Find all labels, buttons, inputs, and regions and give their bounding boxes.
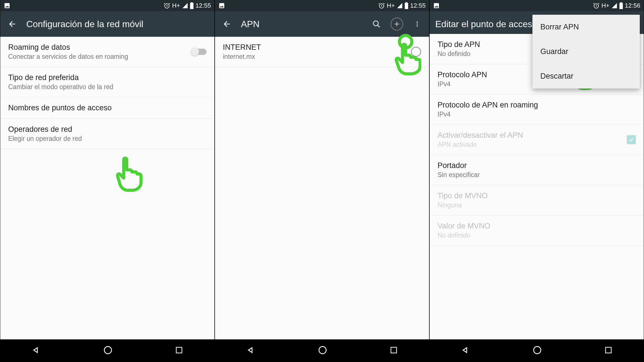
app-bar: Configuración de la red móvil <box>0 11 214 37</box>
check-icon <box>628 137 634 143</box>
clock: 12:55 <box>410 2 426 9</box>
signal-icon <box>397 3 403 9</box>
menu-discard[interactable]: Descartar <box>532 64 640 89</box>
app-bar: APN <box>215 11 429 37</box>
image-icon <box>218 2 225 9</box>
image-icon <box>4 2 10 9</box>
status-bar: H+ 12:56 <box>430 0 644 11</box>
nav-recent[interactable] <box>604 346 613 355</box>
svg-rect-2 <box>176 347 182 353</box>
nav-home[interactable] <box>103 345 113 356</box>
back-button[interactable] <box>6 18 18 30</box>
alarm-icon <box>378 2 385 9</box>
nav-bar <box>430 339 644 362</box>
battery-icon <box>190 2 194 9</box>
settings-list: Roaming de datos Conectar a servicios de… <box>0 37 214 339</box>
svg-point-5 <box>417 21 418 23</box>
menu-save[interactable]: Guardar <box>532 39 640 64</box>
toggle-roaming[interactable] <box>191 49 206 55</box>
signal-icon <box>611 3 617 9</box>
apn-list: INTERNET internet.mx <box>215 37 429 339</box>
screen-edit-apn: H+ 12:56 Editar el punto de acceso Tipo … <box>429 0 644 362</box>
battery-icon <box>404 2 408 9</box>
svg-rect-9 <box>391 347 397 353</box>
row-apn-roaming-protocol[interactable]: Protocolo de APN en roaming IPv4 <box>430 94 644 125</box>
nav-bar <box>215 339 429 362</box>
svg-point-6 <box>417 23 418 25</box>
nav-home[interactable] <box>318 345 327 356</box>
row-apn-names[interactable]: Nombres de puntos de acceso <box>0 97 214 119</box>
plus-icon <box>393 21 400 27</box>
nav-bar <box>0 339 214 362</box>
page-title: Configuración de la red móvil <box>26 19 209 29</box>
clock: 12:56 <box>625 2 640 9</box>
row-mvno-type: Tipo de MVNO Ninguna <box>430 185 644 216</box>
row-apn-enable: Activar/desactivar el APN APN activado <box>430 125 644 155</box>
image-icon <box>433 2 440 9</box>
clock: 12:55 <box>195 2 211 9</box>
nav-recent[interactable] <box>175 346 183 355</box>
alarm-icon <box>164 2 170 9</box>
back-button[interactable] <box>221 18 233 30</box>
nav-back[interactable] <box>31 345 41 356</box>
alarm-icon <box>593 2 600 9</box>
apn-radio[interactable] <box>411 47 421 57</box>
status-bar: H+ 12:55 <box>0 0 214 11</box>
svg-point-4 <box>373 21 378 26</box>
network-type: H+ <box>172 2 180 9</box>
nav-back[interactable] <box>246 345 256 356</box>
nav-home[interactable] <box>532 345 542 356</box>
svg-point-8 <box>319 346 326 354</box>
row-bearer[interactable]: Portador Sin especificar <box>430 155 644 185</box>
add-apn-button[interactable] <box>391 18 403 30</box>
row-roaming[interactable]: Roaming de datos Conectar a servicios de… <box>0 37 214 67</box>
apn-item[interactable]: INTERNET internet.mx <box>215 37 429 67</box>
network-type: H+ <box>601 2 610 9</box>
search-button[interactable] <box>370 18 383 30</box>
menu-delete-apn[interactable]: Borrar APN <box>532 15 640 39</box>
page-title: APN <box>241 19 362 29</box>
svg-point-1 <box>104 346 112 354</box>
overflow-popup-menu: Borrar APN Guardar Descartar <box>532 15 640 89</box>
row-mvno-value: Valor de MVNO No definido <box>430 216 644 246</box>
row-network-operators[interactable]: Operadores de red Elegir un operador de … <box>0 119 214 149</box>
battery-icon <box>619 2 623 9</box>
nav-back[interactable] <box>461 345 470 356</box>
screen-mobile-network-config: H+ 12:55 Configuración de la red móvil R… <box>0 0 215 362</box>
screen-apn-list: H+ 12:55 APN INTERNET internet.mx <box>215 0 429 362</box>
network-type: H+ <box>387 2 395 9</box>
svg-rect-13 <box>606 347 611 353</box>
more-vert-icon <box>414 21 421 27</box>
svg-point-12 <box>534 346 541 354</box>
status-bar: H+ 12:55 <box>215 0 429 11</box>
overflow-menu-button[interactable] <box>411 18 423 30</box>
checkbox-apn-enabled <box>627 135 636 144</box>
signal-icon <box>182 3 188 9</box>
nav-recent[interactable] <box>390 346 398 355</box>
search-icon <box>372 20 381 28</box>
svg-point-7 <box>417 25 418 27</box>
row-network-type[interactable]: Tipo de red preferida Cambiar el modo op… <box>0 67 214 97</box>
